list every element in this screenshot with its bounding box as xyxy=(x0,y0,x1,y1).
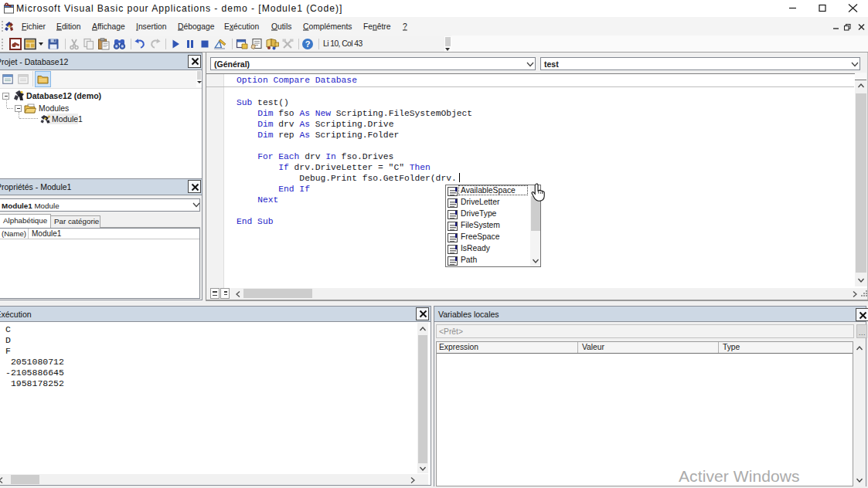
svg-text:?: ? xyxy=(305,39,311,49)
